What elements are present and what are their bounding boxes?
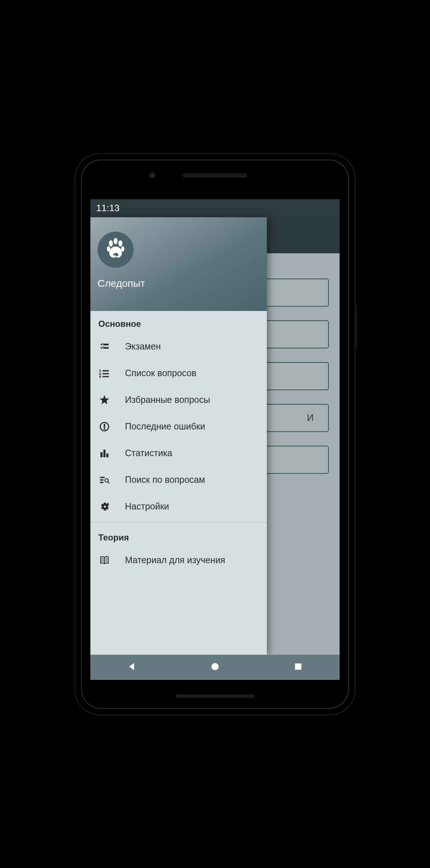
svg-rect-16 <box>295 663 301 670</box>
svg-rect-12 <box>104 450 106 457</box>
power-button[interactable] <box>355 304 358 348</box>
partial-label: И <box>307 412 314 423</box>
nav-item-favorites[interactable]: Избранные вопросы <box>90 387 267 413</box>
section-title-main: Основное <box>90 311 267 333</box>
section-divider <box>90 522 267 522</box>
nav-item-recent-errors[interactable]: Последние ошибки <box>90 413 267 440</box>
numbered-list-icon: 123 <box>98 367 111 379</box>
nav-label: Последние ошибки <box>125 421 205 432</box>
nav-label: Экзамен <box>125 341 161 352</box>
nav-item-questions-list[interactable]: 123 Список вопросов <box>90 360 267 387</box>
svg-point-0 <box>109 240 113 246</box>
book-icon <box>98 554 111 566</box>
nav-item-exam[interactable]: Экзамен <box>90 333 267 360</box>
gear-sparkle-icon <box>98 500 111 513</box>
screen: 11:13 <box>90 199 340 680</box>
bar-chart-icon <box>98 447 111 459</box>
home-button[interactable] <box>210 661 220 673</box>
svg-point-14 <box>105 478 108 482</box>
nav-item-settings[interactable]: Настройки <box>90 493 267 520</box>
svg-point-15 <box>211 663 219 670</box>
status-bar: 11:13 <box>90 199 340 217</box>
svg-rect-13 <box>107 454 108 457</box>
checklist-icon <box>98 340 111 353</box>
drawer-header: Следопыт <box>90 217 267 311</box>
nav-item-study-material[interactable]: Материал для изучения <box>90 547 267 574</box>
circle-home-icon <box>210 661 220 672</box>
front-camera <box>149 173 155 178</box>
svg-text:2: 2 <box>99 372 101 375</box>
svg-rect-10 <box>104 428 105 429</box>
nav-label: Поиск по вопросам <box>125 475 205 485</box>
device-frame: 11:13 <box>75 153 355 715</box>
nav-item-statistics[interactable]: Статистика <box>90 440 267 467</box>
paw-icon <box>103 237 128 262</box>
nav-label: Настройки <box>125 501 169 512</box>
back-button[interactable] <box>126 661 137 673</box>
svg-point-3 <box>107 246 110 252</box>
nav-label: Список вопросов <box>125 368 196 378</box>
app-logo <box>98 232 134 268</box>
nav-label: Избранные вопросы <box>125 395 210 405</box>
recents-button[interactable] <box>293 661 304 673</box>
speaker-bottom <box>175 694 255 698</box>
navigation-drawer: Следопыт Основное Экзамен 123 С <box>90 217 267 655</box>
device-inner: 11:13 <box>81 160 349 709</box>
svg-point-2 <box>118 240 122 246</box>
search-list-icon <box>98 474 111 486</box>
speaker-top <box>183 173 247 178</box>
svg-text:3: 3 <box>99 375 101 378</box>
error-icon <box>98 420 111 433</box>
system-navigation-bar <box>90 655 340 680</box>
svg-rect-9 <box>104 424 105 427</box>
svg-rect-11 <box>101 452 103 457</box>
nav-label: Статистика <box>125 448 172 458</box>
nav-label: Материал для изучения <box>125 555 225 565</box>
drawer-body[interactable]: Основное Экзамен 123 Список вопросов <box>90 311 267 655</box>
section-title-theory: Теория <box>90 525 267 547</box>
square-recents-icon <box>293 661 304 672</box>
triangle-back-icon <box>126 661 137 672</box>
svg-text:1: 1 <box>99 369 101 372</box>
app-title: Следопыт <box>98 278 260 289</box>
status-time: 11:13 <box>96 202 120 214</box>
nav-item-search-questions[interactable]: Поиск по вопросам <box>90 467 267 493</box>
svg-point-4 <box>121 246 124 252</box>
star-icon <box>98 394 111 406</box>
svg-point-1 <box>114 238 118 244</box>
